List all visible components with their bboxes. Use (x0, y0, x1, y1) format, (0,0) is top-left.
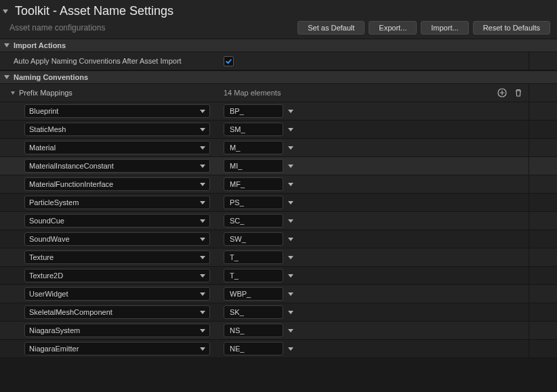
row-expand-button[interactable] (283, 329, 298, 332)
row-expand-button[interactable] (283, 201, 298, 204)
chevron-down-icon (288, 256, 293, 259)
row-expand-button[interactable] (283, 311, 298, 314)
chevron-down-icon (200, 238, 205, 241)
prefix-input-value: SK_ (230, 308, 244, 316)
property-label: Prefix Mappings (19, 89, 73, 97)
chevron-down-icon (200, 128, 205, 131)
class-combo[interactable]: SoundWave (24, 232, 210, 246)
set-as-default-button[interactable]: Set as Default (297, 21, 365, 35)
mapping-row: UserWidgetWBP_ (0, 285, 557, 303)
row-expand-button[interactable] (283, 274, 298, 278)
prefix-input[interactable]: MI_ (224, 159, 283, 173)
prefix-input[interactable]: SC_ (224, 214, 283, 227)
chevron-down-icon (288, 201, 293, 204)
mapping-row: MaterialM_ (0, 139, 557, 157)
section-naming-conventions[interactable]: Naming Conventions (0, 70, 557, 84)
section-title: Naming Conventions (14, 73, 88, 81)
class-combo[interactable]: Blueprint (24, 104, 210, 118)
mapping-row: ParticleSystemPS_ (0, 194, 557, 212)
prefix-input[interactable]: T_ (224, 269, 283, 282)
row-expand-button[interactable] (283, 128, 298, 131)
prefix-input[interactable]: T_ (224, 251, 283, 264)
row-expand-button[interactable] (283, 183, 298, 186)
chevron-down-icon (4, 75, 9, 79)
chevron-down-icon (288, 146, 293, 150)
class-combo-value: Texture2D (29, 271, 200, 280)
mapping-row: MaterialInstanceConstantMI_ (0, 157, 557, 175)
class-combo-value: SoundCue (29, 217, 200, 225)
mapping-row: SkeletalMeshComponentSK_ (0, 303, 557, 322)
class-combo[interactable]: UserWidget (24, 287, 210, 301)
class-combo[interactable]: SoundCue (24, 214, 210, 227)
mapping-row: SoundCueSC_ (0, 212, 557, 230)
collapse-icon[interactable] (3, 9, 8, 14)
class-combo[interactable]: MaterialFunctionInterface (24, 177, 210, 191)
row-expand-button[interactable] (283, 347, 298, 351)
class-combo[interactable]: ParticleSystem (24, 196, 210, 209)
class-combo[interactable]: NiagaraEmitter (24, 342, 210, 355)
chevron-down-icon (200, 201, 205, 204)
prefix-input[interactable]: SW_ (224, 232, 283, 246)
chevron-down-icon (288, 165, 293, 168)
chevron-down-icon (288, 274, 293, 278)
chevron-down-icon (200, 329, 205, 332)
prefix-input-value: NS_ (230, 326, 244, 334)
prefix-input[interactable]: PS_ (224, 196, 283, 209)
prefix-input-value: T_ (230, 271, 239, 280)
class-combo[interactable]: NiagaraSystem (24, 324, 210, 337)
prefix-input-value: PS_ (230, 198, 244, 206)
prefix-input-value: MI_ (230, 162, 242, 170)
reset-to-defaults-button[interactable]: Reset to Defaults (473, 21, 550, 35)
class-combo-value: Texture (29, 253, 200, 261)
page-subtitle: Asset name configurations (9, 23, 297, 32)
prefix-input[interactable]: NE_ (224, 342, 283, 355)
row-expand-button[interactable] (283, 146, 298, 150)
prefix-input-value: M_ (230, 144, 240, 152)
toolbar: Set as Default Export... Import... Reset… (297, 21, 550, 35)
add-element-button[interactable] (496, 87, 508, 99)
prefix-input[interactable]: MF_ (224, 177, 283, 191)
prefix-input[interactable]: SM_ (224, 123, 283, 136)
chevron-down-icon (200, 183, 205, 186)
row-expand-button[interactable] (283, 238, 298, 241)
mapping-row: TextureT_ (0, 248, 557, 267)
chevron-down-icon (200, 165, 205, 168)
auto-apply-checkbox[interactable] (224, 56, 234, 66)
property-row-auto-apply: Auto Apply Naming Conventions After Asse… (0, 52, 557, 70)
chevron-down-icon (4, 43, 9, 47)
section-import-actions[interactable]: Import Actions (0, 39, 557, 52)
row-expand-button[interactable] (283, 256, 298, 259)
chevron-down-icon (288, 183, 293, 186)
class-combo[interactable]: Texture2D (24, 269, 210, 282)
prefix-input-value: WBP_ (230, 290, 251, 298)
chevron-down-icon (200, 256, 205, 259)
prefix-input[interactable]: BP_ (224, 104, 283, 118)
row-expand-button[interactable] (283, 219, 298, 223)
class-combo[interactable]: StaticMesh (24, 123, 210, 136)
row-expand-button[interactable] (283, 165, 298, 168)
prefix-input[interactable]: NS_ (224, 324, 283, 337)
map-elements-count: 14 Map elements (224, 89, 281, 97)
row-expand-button[interactable] (283, 292, 298, 296)
chevron-down-icon (288, 329, 293, 332)
class-combo-value: StaticMesh (29, 125, 200, 133)
chevron-down-icon (288, 238, 293, 241)
chevron-down-icon[interactable] (11, 91, 15, 95)
prefix-input[interactable]: M_ (224, 141, 283, 154)
chevron-down-icon (288, 292, 293, 296)
class-combo[interactable]: MaterialInstanceConstant (24, 159, 210, 173)
chevron-down-icon (200, 311, 205, 314)
property-row-prefix-mappings: Prefix Mappings 14 Map elements (0, 84, 557, 102)
class-combo[interactable]: SkeletalMeshComponent (24, 305, 210, 319)
class-combo[interactable]: Material (24, 141, 210, 154)
class-combo-value: MaterialFunctionInterface (29, 180, 200, 188)
class-combo[interactable]: Texture (24, 251, 210, 264)
delete-elements-button[interactable] (512, 87, 524, 99)
prefix-input[interactable]: SK_ (224, 305, 283, 319)
chevron-down-icon (200, 110, 205, 113)
mapping-row: MaterialFunctionInterfaceMF_ (0, 175, 557, 194)
import-button[interactable]: Import... (421, 21, 468, 35)
export-button[interactable]: Export... (369, 21, 417, 35)
prefix-input[interactable]: WBP_ (224, 287, 283, 301)
row-expand-button[interactable] (283, 110, 298, 113)
